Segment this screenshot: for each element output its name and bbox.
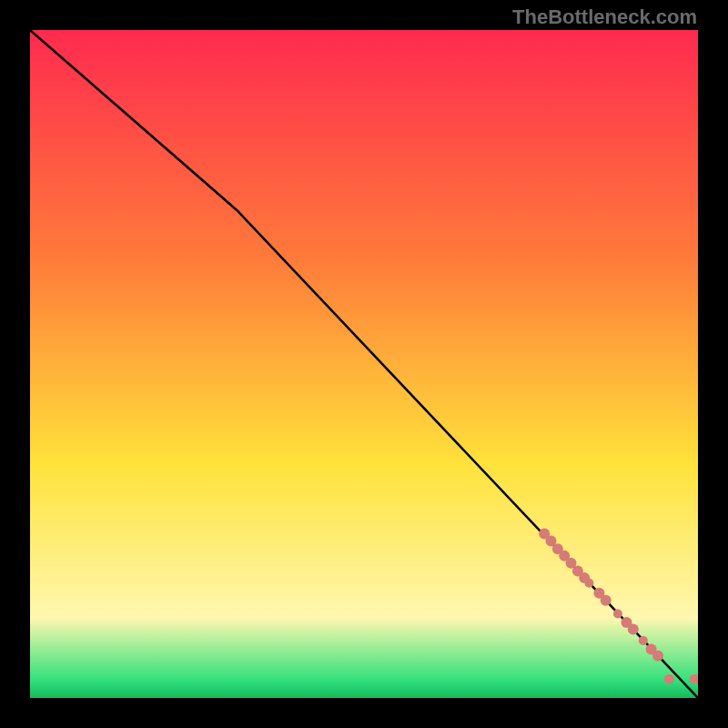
marker-dot <box>584 579 593 588</box>
marker-dot <box>601 595 612 606</box>
chart-stage: TheBottleneck.com <box>0 0 728 728</box>
marker-dot <box>690 674 698 684</box>
marker-dot <box>652 651 663 662</box>
marker-dot <box>664 674 674 684</box>
marker-dot <box>613 610 622 619</box>
plot-area <box>30 30 698 698</box>
marker-dot <box>639 636 648 645</box>
marker-layer <box>539 528 698 684</box>
chart-overlay <box>30 30 698 698</box>
marker-dot <box>628 623 639 634</box>
attribution-text: TheBottleneck.com <box>512 5 697 29</box>
